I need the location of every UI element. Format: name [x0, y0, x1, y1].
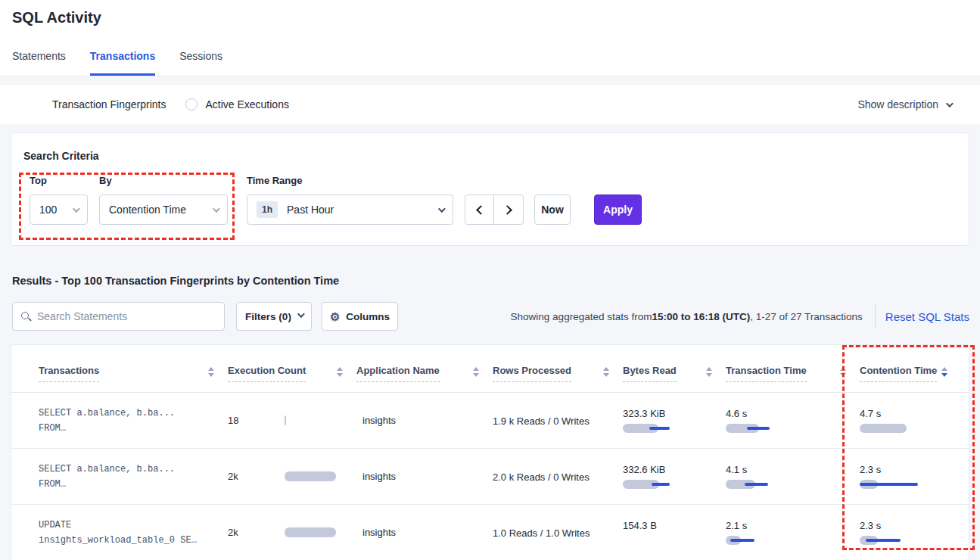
- column-header-contention-time[interactable]: Contention Time: [860, 365, 961, 382]
- now-button[interactable]: Now: [534, 194, 571, 225]
- sort-icon[interactable]: [337, 367, 343, 377]
- application-name-value: insights: [362, 527, 396, 538]
- time-range-label: Time Range: [247, 175, 302, 186]
- stats-time-range: 15:00 to 16:18 (UTC): [652, 311, 750, 322]
- search-icon: [20, 311, 31, 322]
- contention-time-value: 4.7 s: [860, 408, 961, 419]
- stats-summary: Showing aggregated stats from 15:00 to 1…: [511, 311, 863, 322]
- apply-button[interactable]: Apply: [594, 194, 642, 225]
- show-description-toggle[interactable]: Show description: [857, 98, 951, 110]
- rows-processed-cell: 1.0 Reads / 1.0 Writes: [493, 526, 623, 540]
- column-header-application-name[interactable]: Application Name: [356, 365, 493, 382]
- table-row[interactable]: SELECT a.balance, b.ba... FROM… 18 insig…: [11, 393, 969, 449]
- top-label: Top: [30, 175, 47, 186]
- sort-icon[interactable]: [603, 367, 609, 377]
- filters-label: Filters (0): [245, 311, 291, 322]
- sort-icon[interactable]: [706, 367, 712, 377]
- chevron-down-icon: [946, 100, 954, 107]
- time-range-nav: [465, 194, 524, 225]
- rows-processed-cell: 2.0 k Reads / 0 Writes: [493, 470, 623, 484]
- transactions-table: Transactions Execution Count Application…: [11, 344, 969, 560]
- next-time-button[interactable]: [494, 195, 523, 224]
- filters-button[interactable]: Filters (0): [236, 302, 312, 331]
- sort-icon[interactable]: [208, 367, 214, 377]
- transaction-time-value: 4.1 s: [726, 464, 860, 475]
- contention-time-bar: [860, 535, 929, 546]
- radio-active-executions[interactable]: [185, 98, 198, 110]
- table-row[interactable]: SELECT a.balance, b.ba... FROM… 2k insig…: [11, 449, 969, 505]
- bytes-read-bar: [623, 423, 692, 434]
- bytes-read-cell: 323.3 KiB: [623, 408, 726, 434]
- table-row[interactable]: UPDATE insights_workload_table_0 SE… 2k …: [11, 505, 969, 560]
- transaction-fingerprint-cell[interactable]: SELECT a.balance, b.ba... FROM…: [39, 462, 228, 492]
- query-line-1: SELECT a.balance, b.ba...: [39, 406, 228, 421]
- chevron-left-icon: [476, 205, 486, 215]
- search-statements-box: [12, 302, 225, 331]
- bytes-read-cell: 332.6 KiB: [623, 464, 726, 490]
- sort-icon[interactable]: [941, 367, 947, 377]
- query-line-1: SELECT a.balance, b.ba...: [39, 462, 228, 477]
- top-select-value: 100: [39, 204, 57, 216]
- execution-count-value: 2k: [228, 527, 285, 538]
- query-line-2: FROM…: [39, 421, 228, 436]
- contention-time-cell: 2.3 s: [860, 464, 961, 490]
- chevron-down-icon: [213, 205, 220, 213]
- gear-icon: ⚙: [330, 311, 340, 322]
- by-select[interactable]: Contention Time: [99, 194, 228, 225]
- top-select[interactable]: 100: [30, 194, 88, 225]
- application-name-cell: insights: [356, 471, 493, 482]
- column-header-transactions[interactable]: Transactions: [39, 365, 228, 382]
- stats-prefix: Showing aggregated stats from: [511, 311, 652, 322]
- tab-transactions[interactable]: Transactions: [90, 50, 155, 76]
- page-title: SQL Activity: [12, 9, 101, 26]
- tab-sessions[interactable]: Sessions: [179, 50, 222, 76]
- page-header: SQL Activity Statements Transactions Ses…: [0, 0, 980, 76]
- chevron-down-icon: [438, 205, 446, 213]
- query-line-2: insights_workload_table_0 SE…: [39, 533, 228, 548]
- transaction-time-cell: 4.1 s: [726, 464, 860, 490]
- column-header-rows-processed[interactable]: Rows Processed: [493, 365, 623, 382]
- columns-label: Columns: [346, 311, 390, 322]
- execution-count-value: 18: [228, 415, 285, 426]
- application-name-cell: insights: [356, 415, 493, 426]
- column-header-bytes-read[interactable]: Bytes Read: [623, 365, 726, 382]
- execution-count-cell: 2k: [228, 471, 356, 482]
- sort-icon[interactable]: [840, 367, 846, 377]
- transaction-fingerprint-cell[interactable]: UPDATE insights_workload_table_0 SE…: [39, 518, 228, 548]
- contention-time-bar: [860, 479, 929, 490]
- bytes-read-bar: [623, 535, 692, 546]
- execution-count-bar: [285, 527, 336, 537]
- transaction-time-value: 4.6 s: [726, 408, 860, 419]
- column-header-transaction-time[interactable]: Transaction Time: [726, 365, 860, 382]
- transaction-time-bar: [726, 479, 795, 490]
- results-heading: Results - Top 100 Transaction Fingerprin…: [12, 275, 339, 287]
- stats-suffix: , 1-27 of 27 Transactions: [750, 311, 863, 322]
- transaction-time-cell: 2.1 s: [726, 520, 860, 546]
- contention-time-value: 2.3 s: [860, 520, 961, 531]
- rows-processed-value: 2.0 k Reads / 0 Writes: [493, 471, 590, 483]
- radio-label-active-executions[interactable]: Active Executions: [205, 98, 289, 110]
- execution-count-cell: 2k: [228, 527, 356, 538]
- columns-button[interactable]: ⚙ Columns: [322, 302, 398, 331]
- radio-label-transaction-fingerprints[interactable]: Transaction Fingerprints: [52, 98, 166, 110]
- contention-time-cell: 4.7 s: [860, 408, 961, 434]
- bytes-read-cell: 154.3 B: [623, 520, 726, 546]
- chevron-down-icon: [297, 310, 305, 318]
- search-input[interactable]: [37, 310, 216, 322]
- chevron-down-icon: [73, 205, 80, 213]
- search-criteria-heading: Search Criteria: [23, 150, 99, 162]
- previous-time-button[interactable]: [465, 195, 494, 224]
- contention-time-value: 2.3 s: [860, 464, 961, 475]
- rows-processed-value: 1.9 k Reads / 0 Writes: [493, 415, 590, 427]
- time-range-select[interactable]: 1h Past Hour: [247, 194, 453, 225]
- column-header-execution-count[interactable]: Execution Count: [228, 365, 356, 382]
- bytes-read-bar: [623, 479, 692, 490]
- sort-icon[interactable]: [473, 367, 479, 377]
- reset-sql-stats-link[interactable]: Reset SQL Stats: [885, 310, 969, 323]
- query-line-2: FROM…: [39, 477, 228, 492]
- contention-time-bar: [860, 423, 929, 434]
- tab-statements[interactable]: Statements: [12, 50, 66, 76]
- application-name-value: insights: [362, 415, 396, 426]
- results-toolbar: Filters (0) ⚙ Columns Showing aggregated…: [12, 302, 969, 331]
- transaction-fingerprint-cell[interactable]: SELECT a.balance, b.ba... FROM…: [39, 406, 228, 436]
